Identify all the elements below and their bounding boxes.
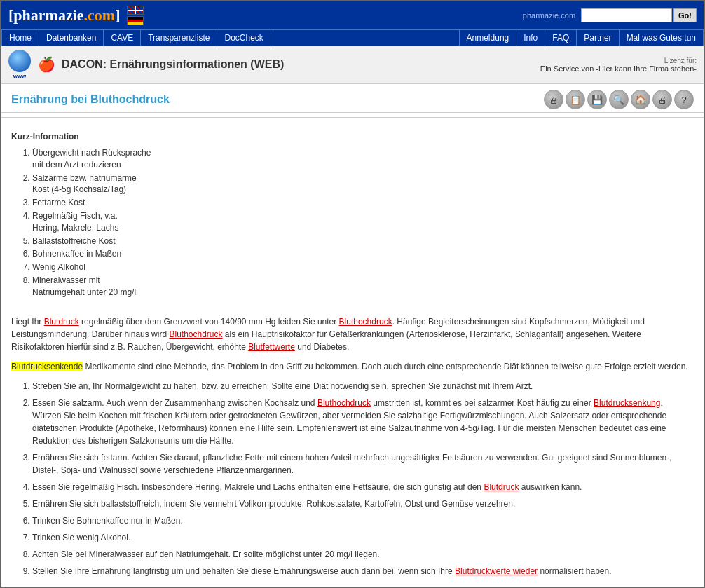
site-logo: [pharmazie.com]: [8, 6, 120, 25]
nav-left: Home Datenbanken CAVE Transparenzliste D…: [1, 30, 271, 46]
toolbar-save-icon[interactable]: 💾: [587, 90, 607, 109]
blutdrucksenkung-link[interactable]: Blutdrucksenkung: [594, 398, 660, 408]
list-item: Achten Sie bei Mineralwasser auf den Nat…: [32, 548, 694, 561]
detail-list: Streben Sie an, Ihr Normalgewicht zu hal…: [11, 380, 694, 577]
list-item: Ballaststoffreiche Kost: [32, 235, 694, 247]
search-form: Go!: [581, 8, 697, 22]
list-item: Wenig Alkohol: [32, 261, 694, 273]
www-label: www: [13, 73, 27, 79]
list-item: Essen Sie regelmäßig Fisch. Insbesondere…: [32, 481, 694, 493]
nav-transparenz[interactable]: Transparenzliste: [141, 30, 217, 46]
search-button[interactable]: Go!: [673, 8, 697, 22]
list-item: Streben Sie an, Ihr Normalgewicht zu hal…: [32, 380, 694, 392]
service-title: DACON: Ernährungsinformationen (WEB): [62, 58, 284, 71]
toolbar-home-icon[interactable]: 🏠: [631, 90, 650, 109]
list-item: Salzarme bzw. natriumarmeKost (4-5g Koch…: [32, 172, 694, 196]
nav-anmeldung[interactable]: Anmeldung: [459, 30, 517, 46]
main-content: Kurz-Information Übergewicht nach Rücksp…: [1, 122, 704, 585]
scroll-container[interactable]: www 🍎 DACON: Ernährungsinformationen (WE…: [1, 46, 704, 585]
list-item: Ernähren Sie sich fettarm. Achten Sie da…: [32, 451, 694, 477]
kurz-info-title: Kurz-Information: [11, 132, 694, 142]
site-url: pharmazie.com: [523, 11, 575, 20]
page-title: Ernährung bei Bluthochdruck: [11, 93, 170, 106]
bluthochdruck-link-1[interactable]: Bluthochdruck: [339, 317, 392, 327]
list-item: Stellen Sie Ihre Ernährung langfristig u…: [32, 565, 694, 577]
header-right: pharmazie.com Go!: [523, 8, 697, 22]
list-item: Übergewicht nach Rücksprachemit dem Arzt…: [32, 147, 694, 171]
globe-icon: [8, 50, 31, 72]
nav-datenbanken[interactable]: Datenbanken: [39, 30, 104, 46]
nav-home[interactable]: Home: [1, 30, 39, 46]
navbar: Home Datenbanken CAVE Transparenzliste D…: [1, 29, 704, 46]
highlight-blutdrucksenkende: Blutdrucksenkende: [11, 362, 83, 371]
service-left: www 🍎 DACON: Ernährungsinformationen (WE…: [8, 50, 284, 79]
paragraph-2: Blutdrucksenkende Medikamente sind eine …: [11, 360, 694, 373]
list-item: Mineralwasser mitNatriumgehalt unter 20 …: [32, 275, 694, 299]
divider: [1, 117, 704, 118]
toolbar-icons: 🖨 📋 💾 🔍 🏠 🖨 ?: [544, 90, 694, 109]
header: [pharmazie.com] pharmazie.com: [1, 1, 704, 29]
detail-list-section: Streben Sie an, Ihr Normalgewicht zu hal…: [11, 380, 694, 577]
list-item: Trinken Sie wenig Alkohol.: [32, 531, 694, 544]
service-bar: www 🍎 DACON: Ernährungsinformationen (WE…: [1, 46, 704, 84]
list-item: Essen Sie salzarm. Auch wenn der Zusamme…: [32, 397, 694, 447]
nav-info[interactable]: Info: [516, 30, 545, 46]
nav-doccheck[interactable]: DocCheck: [217, 30, 271, 46]
toolbar-search-icon[interactable]: 🔍: [609, 90, 629, 109]
nav-faq[interactable]: FAQ: [545, 30, 577, 46]
page-title-bar: Ernährung bei Bluthochdruck 🖨 📋 💾 🔍 🏠 🖨 …: [1, 84, 704, 113]
flag-de: [127, 16, 144, 25]
lizenz-label: Lizenz für:: [540, 57, 697, 64]
bluthochdruck-link-2[interactable]: Bluthochdruck: [169, 329, 222, 339]
kurz-info-list: Übergewicht nach Rücksprachemit dem Arzt…: [11, 147, 694, 299]
nav-mal-was-gutes[interactable]: Mal was Gutes tun: [620, 30, 704, 46]
toolbar-print-icon[interactable]: 🖨: [544, 90, 563, 109]
short-info-section: Kurz-Information Übergewicht nach Rücksp…: [11, 132, 694, 299]
service-company: Ein Service von -Hier kann Ihre Firma st…: [540, 64, 697, 73]
flag-uk: [127, 6, 144, 15]
service-right: Lizenz für: Ein Service von -Hier kann I…: [540, 57, 697, 73]
nav-cave[interactable]: CAVE: [104, 30, 141, 46]
apple-icon: 🍎: [36, 55, 56, 74]
nav-partner[interactable]: Partner: [577, 30, 619, 46]
blutdruck-link-1[interactable]: Blutdruck: [44, 317, 79, 327]
search-input[interactable]: [581, 8, 672, 22]
toolbar-copy-icon[interactable]: 📋: [566, 90, 585, 109]
flag-icons: [127, 6, 144, 25]
paragraph-1: Liegt Ihr Blutdruck regelmäßig über dem …: [11, 315, 694, 353]
blutfettwerte-link[interactable]: Blutfettwerte: [248, 342, 295, 352]
list-item: Trinken Sie Bohnenkaffee nur in Maßen.: [32, 514, 694, 527]
toolbar-help-icon[interactable]: ?: [674, 90, 694, 109]
toolbar-print2-icon[interactable]: 🖨: [652, 90, 672, 109]
blutdruckwerte-link[interactable]: Blutdruckwerte wieder: [455, 566, 538, 576]
list-item: Regelmäßig Fisch, v.a.Hering, Makrele, L…: [32, 210, 694, 234]
nav-right: Anmeldung Info FAQ Partner Mal was Gutes…: [459, 30, 704, 46]
blutdruck-link-2[interactable]: Blutdruck: [484, 482, 519, 492]
list-item: Ernähren Sie sich ballaststoffreich, ind…: [32, 498, 694, 510]
list-item: Fettarme Kost: [32, 197, 694, 209]
list-item: Bohnenkaffee in Maßen: [32, 248, 694, 260]
bluthochdruck-link-3[interactable]: Bluthochdruck: [317, 398, 371, 408]
